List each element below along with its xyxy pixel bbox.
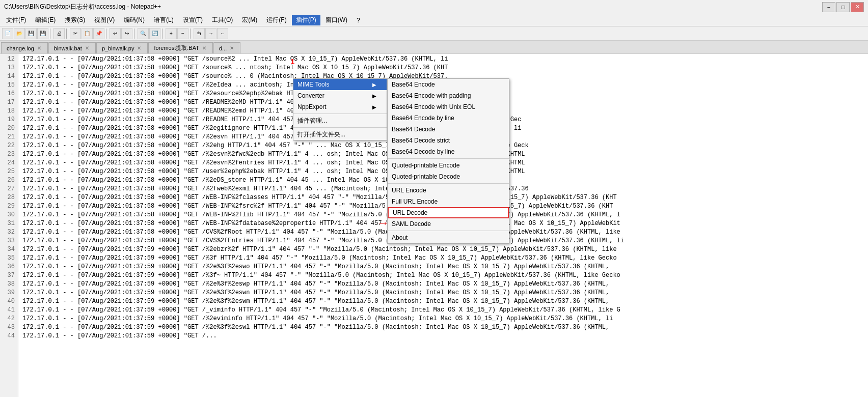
menu-sep [293,114,387,114]
toolbar-sep-2 [66,29,68,39]
submenu-saml-decode[interactable]: SAML Decode [388,218,509,230]
menu-run[interactable]: 运行(F) [262,15,290,25]
base64-encode-unix-label: Base64 Encode with Unix EOL [392,103,475,110]
base64-decode-strict-label: Base64 Decode strict [392,137,450,144]
tab-close-icon[interactable]: ✕ [84,45,90,51]
qp-encode-label: Quoted-printable Encode [392,162,459,169]
tab-label: change.log [7,45,34,51]
replace-button[interactable]: 🔄 [149,28,160,39]
menu-help[interactable]: ? [352,16,364,25]
maximize-button[interactable]: □ [836,2,850,12]
submenu-full-url-encode[interactable]: Full URL Encode [388,196,509,207]
base64-decode-label: Base64 Decode [392,126,435,133]
print-button[interactable]: 🖨 [53,28,65,39]
mime-tools-label: MIME Tools [297,81,329,88]
line-num: 31 [3,219,15,228]
open-button[interactable]: 📂 [14,28,25,39]
title-bar: C:\Users\BING\Desktop\日志分析\access.log - … [0,0,868,14]
menu-file[interactable]: 文件(F) [2,15,30,25]
line-num: 32 [3,228,15,237]
base64-encode-label: Base64 Encode [392,81,435,88]
menu-item-converter[interactable]: Converter ▶ [293,90,387,101]
submenu-base64-encode-unix[interactable]: Base64 Encode with Unix EOL [388,101,509,112]
menu-item-open-folder[interactable]: 打开插件文件夹... [293,129,387,140]
text-line: 172.17.0.1 - - [07/Aug/2021:01:37:59 +00… [22,245,864,254]
find-button[interactable]: 🔍 [138,28,149,39]
tab-label: binwalk.bat [54,45,82,51]
save-all-button[interactable]: 💾 [37,28,48,39]
menu-item-nppexport[interactable]: NppExport ▶ [293,101,387,112]
menu-tools[interactable]: 工具(O) [208,15,237,25]
menu-settings[interactable]: 设置(T) [179,15,207,25]
copy-button[interactable]: 📋 [82,28,93,39]
submenu-base64-decode[interactable]: Base64 Decode [388,124,509,135]
text-line: 172.17.0.1 - - [07/Aug/2021:01:37:59 +00… [22,297,864,306]
line-num: 30 [3,211,15,219]
submenu-base64-encode-padding[interactable]: Base64 Encode with padding [388,90,509,101]
tab-close-icon[interactable]: ✕ [201,45,207,51]
tab-close-icon[interactable]: ✕ [136,45,142,51]
tab-d[interactable]: d... ✕ [213,42,240,53]
arrow-icon: ▶ [372,82,376,88]
plugin-menu[interactable]: MIME Tools ▶ Converter ▶ NppExport ▶ 插件管… [293,78,387,140]
tab-close-icon[interactable]: ✕ [36,45,42,51]
undo-button[interactable]: ↩ [110,28,121,39]
wrap-button[interactable]: ⇆ [194,28,205,39]
arrow-icon: ▶ [372,93,376,99]
toolbar: 📄 📂 💾 💾 🖨 ✂ 📋 📌 ↩ ↪ 🔍 🔄 + − ⇆ → ← [0,26,868,41]
menu-sep [293,127,387,128]
submenu-qp-decode[interactable]: Quoted-printable Decode [388,171,509,182]
submenu-base64-encode[interactable]: Base64 Encode [388,79,509,90]
menu-language[interactable]: 语言(L) [150,15,178,25]
menu-window[interactable]: 窗口(W) [321,15,351,25]
menu-view[interactable]: 视图(V) [90,15,119,25]
line-num: 21 [3,133,15,141]
menu-item-mime-tools[interactable]: MIME Tools ▶ [293,79,387,90]
line-num: 15 [3,81,15,90]
line-num: 39 [3,289,15,297]
tab-change-log[interactable]: change.log ✕ [1,42,48,53]
nppexport-label: NppExport [297,103,327,110]
close-button[interactable]: ✕ [851,2,864,12]
url-decode-label: URL Decode [393,209,427,216]
submenu-qp-encode[interactable]: Quoted-printable Encode [388,160,509,171]
submenu-base64-decode-line[interactable]: Base64 Decode by line [388,146,509,157]
menu-plugin[interactable]: 插件(P) [292,15,320,25]
menu-encoding[interactable]: 编码(N) [120,15,149,25]
mime-tools-submenu[interactable]: Base64 Encode Base64 Encode with padding… [387,78,509,244]
menu-search[interactable]: 搜索(S) [61,15,89,25]
arrow-icon: ▶ [372,104,376,110]
minimize-button[interactable]: − [822,2,835,12]
submenu-url-encode[interactable]: URL Encode [388,185,509,196]
indent-button[interactable]: → [205,28,216,39]
menu-macro[interactable]: 宏(M) [238,15,261,25]
menu-item-plugin-manage[interactable]: 插件管理... [293,115,387,126]
submenu-url-decode[interactable]: URL Decode [388,207,509,218]
tab-label: foremost提取.BAT [154,44,199,52]
paste-button[interactable]: 📌 [93,28,104,39]
tab-close-icon[interactable]: ✕ [229,45,235,51]
save-button[interactable]: 💾 [25,28,37,39]
menu-edit[interactable]: 编辑(E) [31,15,60,25]
submenu-base64-decode-strict[interactable]: Base64 Decode strict [388,135,509,146]
line-num: 35 [3,254,15,263]
submenu-about[interactable]: About [388,232,509,243]
unindent-button[interactable]: ← [217,28,228,39]
line-num: 18 [3,107,15,116]
base64-encode-line-label: Base64 Encode by line [392,115,454,122]
line-num: 29 [3,202,15,211]
text-line: 172.17.0.1 - - [07/Aug/2021:01:37:59 +00… [22,254,864,263]
url-encode-label: URL Encode [392,187,426,194]
new-button[interactable]: 📄 [2,28,13,39]
zoom-out-button[interactable]: − [177,28,188,39]
tab-foremost[interactable]: foremost提取.BAT ✕ [148,42,212,53]
text-line: 172.17.0.1 - - [07/Aug/2021:01:37:59 +00… [22,306,864,315]
submenu-base64-encode-line[interactable]: Base64 Encode by line [388,112,509,124]
submenu-sep [388,231,509,231]
tab-p-binwalk[interactable]: p_binwalk.py ✕ [96,42,148,53]
redo-button[interactable]: ↪ [121,28,132,39]
cut-button[interactable]: ✂ [70,28,81,39]
tab-binwalk[interactable]: binwalk.bat ✕ [48,42,96,53]
base64-decode-line-label: Base64 Decode by line [392,148,454,155]
zoom-in-button[interactable]: + [166,28,177,39]
